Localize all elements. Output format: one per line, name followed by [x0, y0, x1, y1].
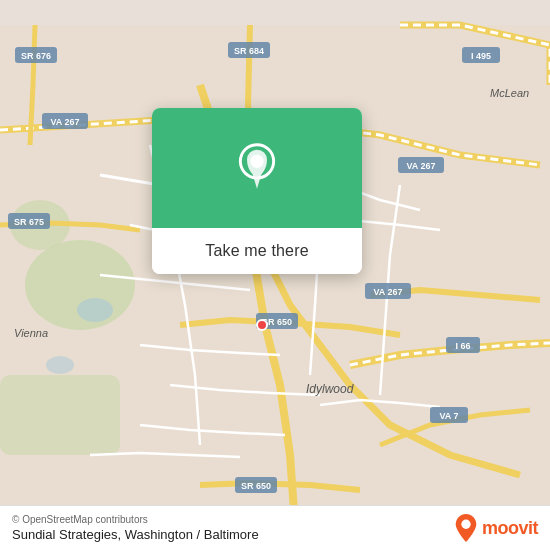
bottom-bar-left: © OpenStreetMap contributors Sundial Str… — [12, 514, 259, 542]
svg-text:VA 7: VA 7 — [439, 411, 458, 421]
bottom-bar: © OpenStreetMap contributors Sundial Str… — [0, 505, 550, 550]
location-label: Sundial Strategies, Washington / Baltimo… — [12, 527, 259, 542]
map-container: SR 676 SR 684 I 495 VA 267 VA 267 VA 267… — [0, 0, 550, 550]
moovit-logo: moovit — [454, 514, 538, 542]
svg-point-5 — [46, 356, 74, 374]
osm-credit: © OpenStreetMap contributors — [12, 514, 259, 525]
take-me-there-button[interactable]: Take me there — [152, 228, 362, 274]
svg-text:SR 676: SR 676 — [21, 51, 51, 61]
svg-text:Vienna: Vienna — [14, 327, 48, 339]
svg-text:I 66: I 66 — [455, 341, 470, 351]
location-pin-icon — [232, 143, 282, 193]
svg-text:McLean: McLean — [490, 87, 529, 99]
svg-text:VA 267: VA 267 — [406, 161, 435, 171]
svg-text:VA 267: VA 267 — [373, 287, 402, 297]
svg-rect-3 — [0, 375, 120, 455]
svg-text:Idylwood: Idylwood — [306, 382, 354, 396]
svg-text:I 495: I 495 — [471, 51, 491, 61]
svg-text:SR 684: SR 684 — [234, 46, 264, 56]
moovit-brand-text: moovit — [482, 518, 538, 539]
moovit-pin-icon — [454, 514, 478, 542]
map-background: SR 676 SR 684 I 495 VA 267 VA 267 VA 267… — [0, 0, 550, 550]
svg-text:SR 675: SR 675 — [14, 217, 44, 227]
popup-header — [152, 108, 362, 228]
svg-point-31 — [257, 320, 267, 330]
svg-point-4 — [77, 298, 113, 322]
svg-text:SR 650: SR 650 — [241, 481, 271, 491]
svg-point-34 — [461, 520, 470, 529]
popup-card: Take me there — [152, 108, 362, 274]
svg-text:VA 267: VA 267 — [50, 117, 79, 127]
